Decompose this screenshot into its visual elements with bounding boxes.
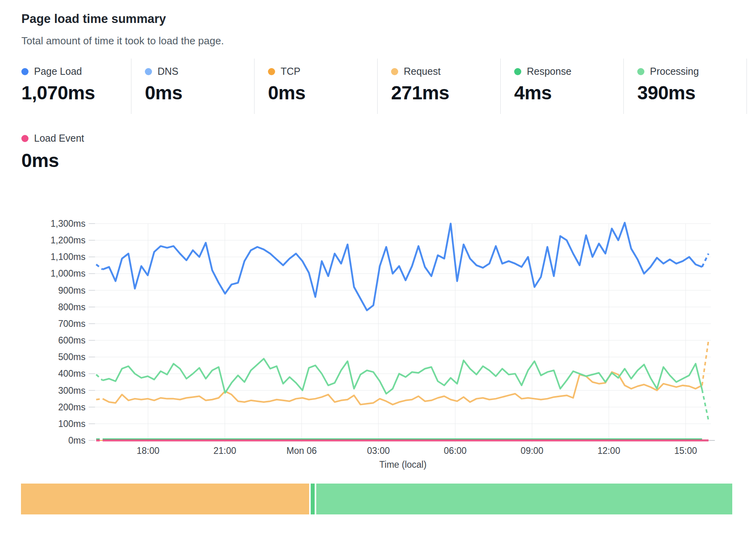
load-time-line-chart[interactable]: 0ms100ms200ms300ms400ms500ms600ms700ms80… [0, 170, 756, 483]
svg-text:700ms: 700ms [58, 319, 85, 329]
stat-label: Page Load [34, 66, 82, 77]
svg-text:1,000ms: 1,000ms [51, 268, 85, 279]
svg-text:900ms: 900ms [58, 285, 85, 296]
svg-text:09:00: 09:00 [520, 446, 543, 456]
stat-label: DNS [158, 66, 179, 77]
page-subtitle: Total amount of time it took to load the… [21, 35, 224, 47]
svg-text:800ms: 800ms [58, 302, 85, 312]
series-page-load [103, 223, 702, 310]
page-title: Page load time summary [21, 12, 166, 26]
stat-load-event: Load Event 0ms [21, 133, 84, 171]
stat-value: 0ms [268, 82, 377, 104]
series-page-load [96, 264, 103, 269]
page-load-legend-dot [21, 68, 28, 75]
svg-text:600ms: 600ms [58, 335, 85, 345]
stat-page-load-label-row: Page Load [21, 66, 131, 77]
series-page-load [702, 254, 709, 267]
bar-request-segment[interactable] [21, 484, 309, 514]
stat-tcp-label-row: TCP [268, 66, 377, 77]
stat-load-event-label-row: Load Event [21, 133, 84, 144]
svg-text:06:00: 06:00 [444, 446, 467, 456]
stat-value: 0ms [145, 82, 254, 104]
series-processing [96, 374, 103, 380]
svg-text:1,100ms: 1,100ms [51, 252, 85, 262]
svg-text:200ms: 200ms [58, 402, 85, 412]
stat-value: 0ms [21, 150, 84, 171]
stat-label: Load Event [34, 133, 84, 144]
bar-processing-segment[interactable] [316, 484, 732, 514]
stat-response-label-row: Response [514, 66, 623, 77]
request-processing-range-bar[interactable] [21, 484, 735, 514]
stat-label: Request [404, 66, 441, 77]
svg-text:03:00: 03:00 [367, 446, 390, 456]
svg-text:0ms: 0ms [68, 435, 85, 446]
chart-canvas[interactable]: 0ms100ms200ms300ms400ms500ms600ms700ms80… [0, 170, 756, 483]
stat-page-load: Page Load 1,070ms [21, 59, 131, 114]
stat-dns-label-row: DNS [145, 66, 254, 77]
svg-text:100ms: 100ms [58, 419, 85, 429]
page-load-summary-panel: Page load time summary Total amount of t… [0, 0, 756, 535]
stat-request: Request 271ms [377, 59, 500, 114]
svg-text:1,200ms: 1,200ms [51, 235, 85, 245]
svg-text:Mon 06: Mon 06 [287, 446, 317, 456]
processing-legend-dot [637, 68, 644, 75]
stat-value: 4ms [514, 82, 623, 104]
stat-value: 1,070ms [21, 82, 131, 104]
stat-label: Processing [650, 66, 699, 77]
stat-request-label-row: Request [391, 66, 500, 77]
svg-text:12:00: 12:00 [597, 446, 620, 456]
stat-value: 271ms [391, 82, 500, 104]
svg-text:Time (local): Time (local) [379, 459, 426, 470]
series-request [103, 372, 702, 404]
svg-text:1,300ms: 1,300ms [51, 218, 85, 229]
series-request [96, 399, 103, 400]
svg-text:500ms: 500ms [58, 352, 85, 362]
svg-text:400ms: 400ms [58, 368, 85, 379]
tcp-legend-dot [268, 68, 275, 75]
dns-legend-dot [145, 68, 152, 75]
svg-text:21:00: 21:00 [213, 446, 236, 456]
svg-text:18:00: 18:00 [137, 446, 160, 456]
metrics-summary-row: Page Load 1,070ms DNS 0ms TCP 0ms Reques… [21, 59, 747, 114]
request-legend-dot [391, 68, 398, 75]
stat-value: 390ms [637, 82, 747, 104]
stat-processing: Processing 390ms [623, 59, 747, 114]
stat-tcp: TCP 0ms [254, 59, 377, 114]
stat-dns: DNS 0ms [131, 59, 254, 114]
response-legend-dot [514, 68, 521, 75]
series-processing [103, 359, 702, 394]
stat-label: Response [527, 66, 572, 77]
series-processing [702, 389, 709, 420]
load-event-legend-dot [21, 135, 28, 142]
series-request [702, 340, 709, 385]
svg-text:15:00: 15:00 [674, 446, 697, 456]
stat-response: Response 4ms [500, 59, 623, 114]
bar-divider-green-segment[interactable] [311, 484, 315, 514]
stat-label: TCP [281, 66, 300, 77]
svg-text:300ms: 300ms [58, 385, 85, 396]
stat-processing-label-row: Processing [637, 66, 747, 77]
